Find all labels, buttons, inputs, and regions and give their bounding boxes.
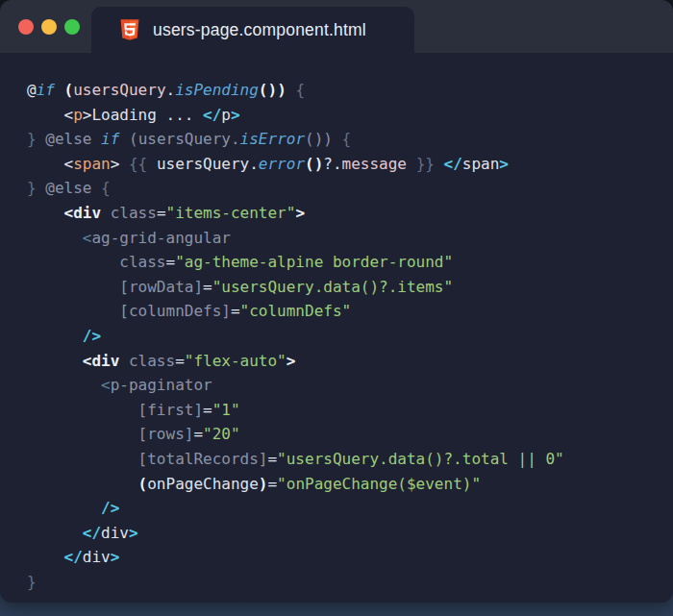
code-line: /> [27, 324, 673, 349]
minimize-button[interactable] [41, 19, 57, 35]
tab-filename: users-page.component.html [153, 20, 366, 40]
zoom-button[interactable] [64, 19, 80, 35]
editor-tab[interactable]: users-page.component.html [91, 7, 414, 53]
code-line: [columnDefs]="columnDefs" [27, 299, 673, 324]
window-titlebar: users-page.component.html [0, 0, 673, 53]
code-line: @if (usersQuery.isPending()) { [27, 78, 673, 103]
code-area: @if (usersQuery.isPending()) { <p>Loadin… [0, 53, 673, 594]
code-line: <p>Loading ... </p> [27, 103, 673, 128]
traffic-lights [18, 19, 80, 35]
code-line: [totalRecords]="usersQuery.data()?.total… [27, 447, 673, 472]
code-line: } [27, 570, 673, 595]
code-line: class="ag-theme-alpine border-round" [27, 250, 673, 275]
code-line: </div> [27, 521, 673, 546]
code-line: [rowData]="usersQuery.data()?.items" [27, 275, 673, 300]
code-line: } @else { [27, 176, 673, 201]
code-line: <div class="items-center"> [27, 201, 673, 226]
code-line: } @else if (usersQuery.isError()) { [27, 127, 673, 152]
code-window: users-page.component.html @if (usersQuer… [0, 0, 673, 603]
code-line: [first]="1" [27, 398, 673, 423]
html5-icon [119, 18, 140, 41]
code-line: (onPageChange)="onPageChange($event)" [27, 472, 673, 497]
code-line: [rows]="20" [27, 422, 673, 447]
code-line: <ag-grid-angular [27, 226, 673, 251]
code-line: </div> [27, 545, 673, 570]
close-button[interactable] [18, 19, 34, 35]
code-line: /> [27, 496, 673, 521]
code-lines: @if (usersQuery.isPending()) { <p>Loadin… [27, 78, 673, 594]
code-line: <div class="flex-auto"> [27, 349, 673, 374]
code-line: <p-paginator [27, 373, 673, 398]
code-line: <span> {{ usersQuery.error()?.message }}… [27, 152, 673, 177]
